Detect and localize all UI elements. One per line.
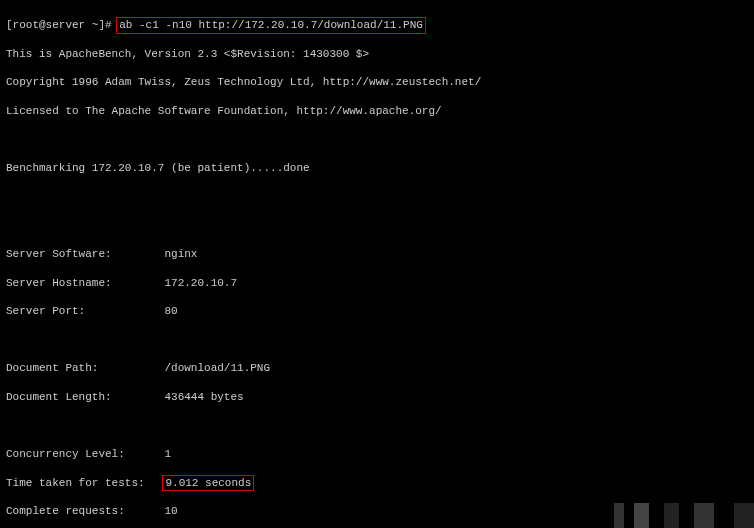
concurrency-label: Concurrency Level: [6, 448, 164, 460]
server-software-value: nginx [164, 248, 197, 260]
pixelated-artifact [604, 503, 754, 528]
server-port-value: 80 [164, 305, 177, 317]
command-highlight: ab -c1 -n10 http://172.20.10.7/download/… [116, 17, 426, 33]
server-hostname-label: Server Hostname: [6, 277, 164, 289]
server-hostname-value: 172.20.10.7 [164, 277, 237, 289]
shell-prompt: [root@server ~]# [6, 19, 118, 31]
copyright-line: Copyright 1996 Adam Twiss, Zeus Technolo… [6, 75, 748, 89]
document-path-value: /download/11.PNG [164, 362, 270, 374]
benchmark-status: Benchmarking 172.20.10.7 (be patient)...… [6, 161, 748, 175]
document-length-label: Document Length: [6, 391, 164, 403]
time-taken-value: 9.012 seconds [165, 477, 251, 489]
apachebench-version: This is ApacheBench, Version 2.3 <$Revis… [6, 47, 748, 61]
terminal-output: [root@server ~]# ab -c1 -n10 http://172.… [0, 0, 754, 528]
command-text: ab -c1 -n10 http://172.20.10.7/download/… [119, 19, 423, 31]
server-software-label: Server Software: [6, 248, 164, 260]
license-line: Licensed to The Apache Software Foundati… [6, 104, 748, 118]
document-length-value: 436444 bytes [164, 391, 243, 403]
document-path-label: Document Path: [6, 362, 164, 374]
server-port-label: Server Port: [6, 305, 164, 317]
complete-requests-value: 10 [164, 505, 177, 517]
complete-requests-label: Complete requests: [6, 505, 164, 517]
time-taken-highlight: 9.012 seconds [162, 475, 254, 491]
time-taken-label: Time taken for tests: [6, 477, 164, 489]
concurrency-value: 1 [164, 448, 171, 460]
